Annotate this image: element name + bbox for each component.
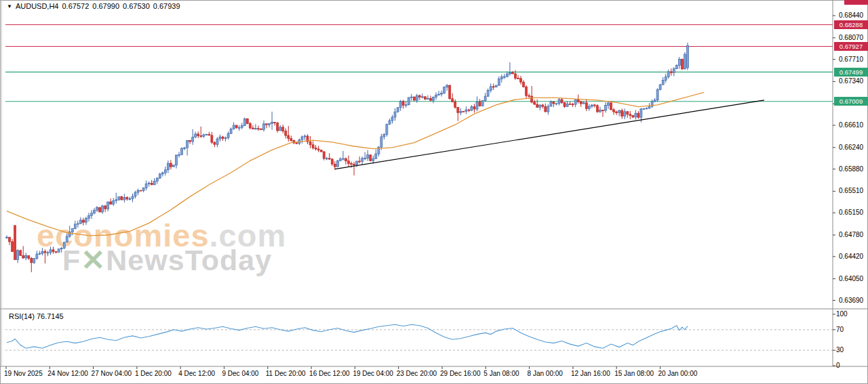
candle-body[interactable] (260, 129, 262, 129)
candle-body[interactable] (673, 69, 675, 73)
candle-body[interactable] (632, 116, 634, 117)
candle-body[interactable] (243, 119, 245, 125)
candle-body[interactable] (328, 158, 330, 159)
candle-body[interactable] (389, 121, 391, 125)
candle-body[interactable] (616, 112, 618, 113)
candle-body[interactable] (263, 124, 265, 130)
candle-body[interactable] (28, 255, 30, 258)
candle-body[interactable] (479, 102, 481, 106)
candle-body[interactable] (222, 137, 224, 138)
candle-body[interactable] (326, 158, 328, 159)
candle-body[interactable] (142, 188, 144, 191)
candle-body[interactable] (492, 87, 494, 87)
candle-body[interactable] (399, 102, 401, 108)
candle-body[interactable] (553, 102, 555, 104)
candle-body[interactable] (126, 198, 128, 199)
candle-body[interactable] (520, 79, 522, 82)
candle-body[interactable] (99, 208, 101, 212)
candle-body[interactable] (471, 106, 473, 110)
candle-body[interactable] (197, 134, 199, 136)
candle-body[interactable] (336, 161, 338, 167)
candle-body[interactable] (6, 237, 8, 238)
candle-body[interactable] (452, 99, 454, 102)
candle-body[interactable] (63, 242, 65, 249)
candle-body[interactable] (173, 165, 175, 167)
candle-body[interactable] (134, 192, 136, 196)
candle-body[interactable] (506, 74, 508, 77)
candle-body[interactable] (408, 98, 410, 105)
candle-body[interactable] (58, 249, 60, 253)
candle-body[interactable] (558, 100, 560, 104)
candle-body[interactable] (539, 105, 541, 107)
candle-body[interactable] (334, 164, 336, 167)
candle-body[interactable] (687, 45, 689, 68)
candle-body[interactable] (55, 251, 57, 252)
candle-body[interactable] (145, 184, 147, 188)
candle-body[interactable] (205, 134, 208, 135)
candle-body[interactable] (460, 111, 462, 112)
candle-body[interactable] (534, 102, 536, 104)
trendline[interactable] (335, 100, 764, 169)
candle-body[interactable] (364, 158, 366, 158)
candle-body[interactable] (44, 251, 46, 253)
candle-body[interactable] (342, 158, 344, 159)
candle-body[interactable] (288, 135, 290, 139)
candle-body[interactable] (454, 102, 456, 107)
candle-body[interactable] (94, 210, 96, 213)
rsi-line[interactable] (7, 324, 688, 348)
candle-body[interactable] (246, 119, 248, 123)
candle-body[interactable] (123, 198, 125, 200)
candle-body[interactable] (624, 112, 626, 116)
candle-body[interactable] (648, 106, 650, 108)
candle-body[interactable] (618, 110, 620, 113)
candle-body[interactable] (410, 97, 412, 98)
candle-body[interactable] (227, 133, 229, 137)
candle-body[interactable] (531, 96, 533, 102)
candle-body[interactable] (665, 77, 667, 80)
candle-body[interactable] (449, 85, 451, 99)
candle-body[interactable] (476, 102, 478, 109)
candle-body[interactable] (104, 206, 106, 209)
candle-body[interactable] (219, 137, 221, 139)
candle-body[interactable] (468, 110, 470, 110)
candle-body[interactable] (446, 85, 448, 87)
candle-body[interactable] (203, 135, 205, 137)
candle-body[interactable] (189, 141, 191, 142)
candle-body[interactable] (545, 106, 547, 112)
candle-body[interactable] (640, 109, 642, 117)
candle-body[interactable] (269, 123, 271, 125)
candle-body[interactable] (536, 104, 538, 107)
candle-body[interactable] (511, 73, 513, 74)
candle-body[interactable] (484, 96, 486, 101)
candle-body[interactable] (118, 197, 120, 200)
candle-body[interactable] (593, 105, 595, 106)
candle-body[interactable] (542, 105, 544, 106)
candle-body[interactable] (430, 98, 432, 100)
candle-body[interactable] (115, 200, 117, 201)
candle-body[interactable] (129, 198, 131, 199)
candle-body[interactable] (230, 129, 232, 134)
candle-body[interactable] (52, 250, 54, 252)
candle-body[interactable] (361, 158, 363, 162)
candle-body[interactable] (151, 183, 153, 185)
candle-body[interactable] (635, 113, 637, 117)
candle-body[interactable] (391, 117, 393, 121)
candle-body[interactable] (317, 149, 319, 150)
candle-body[interactable] (441, 93, 443, 95)
candle-body[interactable] (503, 77, 505, 77)
candle-body[interactable] (312, 145, 314, 148)
candle-body[interactable] (66, 236, 68, 242)
candle-body[interactable] (345, 158, 347, 161)
candle-body[interactable] (241, 125, 243, 127)
candle-body[interactable] (566, 104, 568, 107)
candle-body[interactable] (372, 158, 374, 161)
candle-body[interactable] (282, 127, 284, 131)
candle-body[interactable] (574, 100, 576, 105)
candle-body[interactable] (167, 163, 169, 170)
candle-body[interactable] (25, 255, 27, 258)
candle-body[interactable] (443, 87, 446, 93)
candle-body[interactable] (285, 131, 287, 136)
candle-body[interactable] (462, 111, 465, 112)
candle-body[interactable] (413, 97, 415, 100)
candle-body[interactable] (348, 161, 350, 164)
